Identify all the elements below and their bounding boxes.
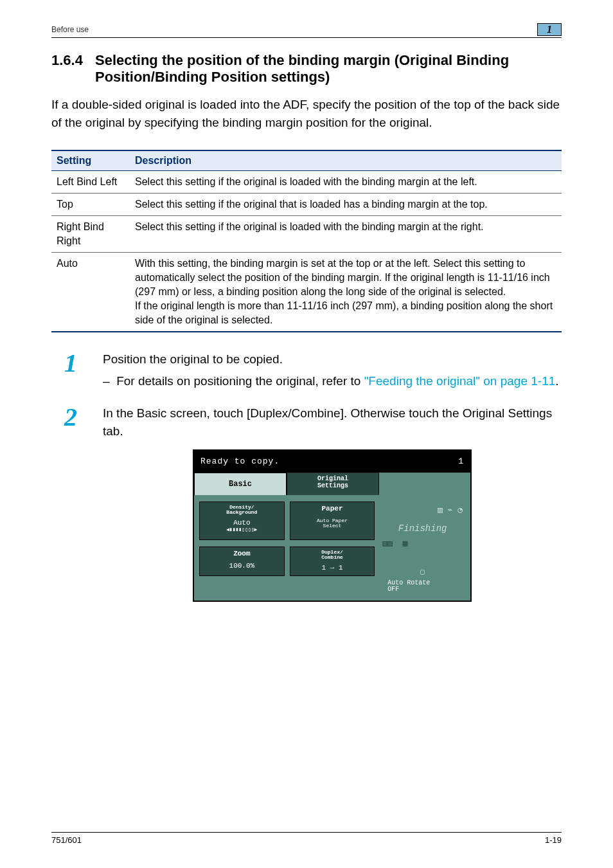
step-1-text: Position the original to be copied. [103, 350, 562, 368]
setting-cell: Right Bind Right [51, 216, 130, 253]
desc-cell: Select this setting if the original that… [130, 194, 562, 216]
desc-cell: Select this setting if the original is l… [130, 171, 562, 194]
duplex-combine-button[interactable]: Duplex/ Combine 1 → 1 [290, 547, 375, 576]
col-description: Description [130, 150, 562, 171]
tab-basic[interactable]: Basic [194, 473, 287, 495]
col-setting: Setting [51, 150, 130, 171]
section-title: 1.6.4Selecting the position of the bindi… [51, 52, 562, 86]
step-2-text: In the Basic screen, touch [Duplex/Combi… [103, 404, 562, 440]
duplex-value: 1 → 1 [290, 564, 375, 572]
desc-cell: Select this setting if the original is l… [130, 216, 562, 253]
page-footer: 751/601 1-19 [51, 832, 562, 845]
table-row: Auto With this setting, the binding marg… [51, 253, 562, 332]
section-title-text: Selecting the position of the binding ma… [95, 52, 545, 86]
step-2: 2 In the Basic screen, touch [Duplex/Com… [51, 404, 562, 602]
status-text: Ready to copy. [200, 453, 280, 471]
density-label: Density/ Background [200, 505, 284, 515]
footer-model: 751/601 [51, 835, 82, 845]
section-number: 1.6.4 [51, 52, 95, 69]
desc-cell: With this setting, the binding margin is… [130, 253, 562, 332]
finishing-label[interactable]: Finishing [380, 520, 465, 531]
step-number-1: 1 [51, 350, 103, 390]
copy-count: 1 [458, 453, 464, 471]
paper-value: Auto Paper Select [290, 518, 375, 529]
settings-table: Setting Description Left Bind Left Selec… [51, 150, 562, 332]
header-section: Before use [51, 25, 89, 34]
table-row: Top Select this setting if the original … [51, 194, 562, 216]
density-meter-icon: ◀▮▮▮▮▯▯▯▯▶ [200, 527, 284, 532]
page-header: Before use 1 [51, 23, 562, 38]
zoom-value: 100.0% [200, 562, 284, 570]
tab-original-settings[interactable]: Original Settings [287, 473, 379, 495]
paper-label: Paper [290, 505, 375, 513]
steps-list: 1 Position the original to be copied. – … [51, 350, 562, 602]
table-row: Left Bind Left Select this setting if th… [51, 171, 562, 194]
step-1-pre: For details on positioning the original,… [116, 374, 364, 388]
finishing-icons-top: ▥ ⌁ ◔ [380, 502, 465, 516]
chapter-number-chip: 1 [537, 23, 562, 36]
zoom-button[interactable]: Zoom 100.0% [199, 547, 285, 576]
setting-cell: Left Bind Left [51, 171, 130, 194]
device-screenshot: Ready to copy. 1 Basic Original Settings… [193, 449, 472, 602]
intro-paragraph: If a double-sided original is loaded int… [51, 96, 562, 132]
step-number-2: 2 [51, 404, 103, 602]
setting-cell: Top [51, 194, 130, 216]
step-1-post: . [555, 374, 558, 388]
duplex-label: Duplex/ Combine [290, 550, 375, 560]
feeding-original-link[interactable]: "Feeding the original" on page 1-11 [364, 374, 556, 388]
rotate-icon: ▢ [380, 563, 465, 576]
step-1: 1 Position the original to be copied. – … [51, 350, 562, 390]
finishing-icons-bottom: ▧▨ ▦ [380, 535, 465, 549]
setting-cell: Auto [51, 253, 130, 332]
footer-page: 1-19 [545, 835, 562, 845]
density-button[interactable]: Density/ Background Auto ◀▮▮▮▮▯▯▯▯▶ [199, 502, 285, 540]
zoom-label: Zoom [200, 550, 284, 558]
step-1-bullet: – For details on positioning the origina… [103, 372, 562, 390]
paper-button[interactable]: Paper Auto Paper Select [290, 502, 375, 540]
table-header-row: Setting Description [51, 150, 562, 171]
auto-rotate-label[interactable]: Auto Rotate OFF [380, 580, 465, 593]
table-row: Right Bind Right Select this setting if … [51, 216, 562, 253]
